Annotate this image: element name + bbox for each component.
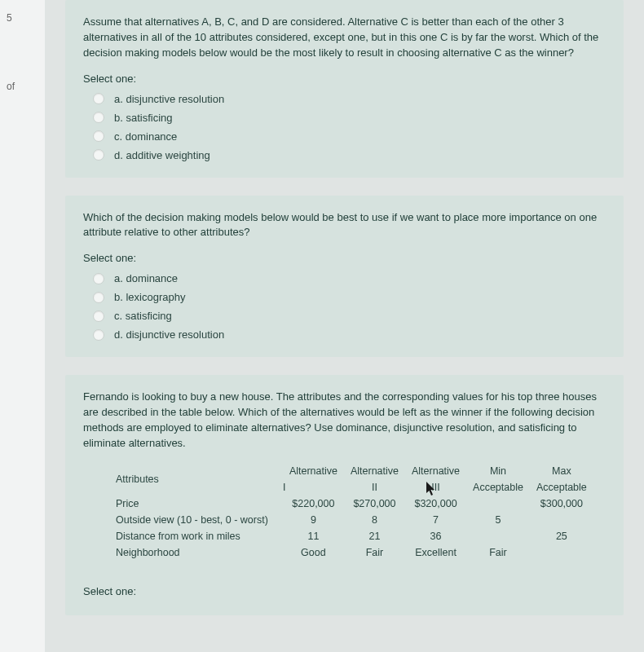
cell: $300,000 <box>530 496 593 512</box>
table-header-row: Attributes Alternative Alternative Alter… <box>116 463 593 479</box>
table-row: Neighborhood Good Fair Excellent Fair <box>116 544 593 561</box>
cell <box>466 528 530 544</box>
option-row[interactable]: d. disjunctive resolution <box>83 325 606 344</box>
question-card: Fernando is looking to buy a new house. … <box>65 375 624 615</box>
option-row[interactable]: b. satisficing <box>83 108 606 127</box>
option-label: d. additive weighting <box>114 149 210 161</box>
cell-attr: Outside view (10 - best, 0 - worst) <box>116 512 283 528</box>
cell: 7 <box>405 512 466 528</box>
sidebar: 5 of <box>0 0 45 652</box>
option-label: b. lexicography <box>114 291 185 303</box>
cell: 8 <box>344 512 405 528</box>
select-one-label: Select one: <box>83 73 606 85</box>
option-row[interactable]: c. dominance <box>83 127 606 146</box>
sidebar-of-label: of <box>7 81 38 92</box>
radio-icon[interactable] <box>93 273 104 284</box>
option-row[interactable]: a. disjunctive resolution <box>83 90 606 108</box>
sidebar-number: 5 <box>7 12 38 24</box>
cell: Fair <box>344 544 405 561</box>
col-min: Min <box>466 463 530 479</box>
option-label: a. dominance <box>114 272 178 284</box>
col-max: Max <box>530 463 593 479</box>
main-content: Assume that alternatives A, B, C, and D … <box>45 0 644 652</box>
option-label: b. satisficing <box>114 112 173 124</box>
col-alt1-sub: I <box>283 479 344 496</box>
col-alt1: Alternative <box>283 463 344 479</box>
cell <box>466 496 530 512</box>
cell: 11 <box>283 528 344 544</box>
radio-icon[interactable] <box>93 130 104 142</box>
radio-icon[interactable] <box>93 329 104 341</box>
option-row[interactable]: d. additive weighting <box>83 146 606 165</box>
cell <box>530 512 593 528</box>
radio-icon[interactable] <box>93 93 104 104</box>
option-label: a. disjunctive resolution <box>114 93 224 105</box>
cell: 36 <box>405 528 466 544</box>
question-text: Fernando is looking to buy a new house. … <box>83 390 606 451</box>
option-row[interactable]: c. satisficing <box>83 306 606 325</box>
cell: 25 <box>530 528 593 544</box>
cell: $270,000 <box>344 496 405 512</box>
question-text: Which of the decision making models belo… <box>83 210 606 241</box>
question-text: Assume that alternatives A, B, C, and D … <box>83 15 606 61</box>
cell: 21 <box>344 528 405 544</box>
radio-icon[interactable] <box>93 149 104 161</box>
options-list: a. disjunctive resolution b. satisficing… <box>83 90 606 165</box>
col-alt3: Alternative <box>405 463 466 479</box>
option-row[interactable]: b. lexicography <box>83 288 606 306</box>
question-card: Assume that alternatives A, B, C, and D … <box>65 0 624 178</box>
cell: 5 <box>466 512 530 528</box>
col-min-sub: Acceptable <box>466 479 530 496</box>
cell: Excellent <box>405 544 466 561</box>
select-one-label: Select one: <box>83 252 606 264</box>
cell <box>530 544 593 561</box>
radio-icon[interactable] <box>93 112 104 123</box>
select-one-label: Select one: <box>83 585 606 597</box>
options-list: a. dominance b. lexicography c. satisfic… <box>83 269 606 344</box>
radio-icon[interactable] <box>93 292 104 303</box>
cell: $220,000 <box>283 496 344 512</box>
question-card: Which of the decision making models belo… <box>65 196 624 358</box>
option-label: c. dominance <box>114 130 177 143</box>
cell: $320,000 <box>405 496 466 512</box>
cell-attr: Distance from work in miles <box>116 528 283 544</box>
option-label: d. disjunctive resolution <box>114 328 224 341</box>
cell: Good <box>283 544 344 561</box>
table-row: Distance from work in miles 11 21 36 25 <box>116 528 593 544</box>
option-label: c. satisficing <box>114 310 172 322</box>
col-alt2-sub: II <box>344 479 405 496</box>
col-alt2: Alternative <box>344 463 405 479</box>
col-alt3-sub: III <box>405 479 466 496</box>
cell-attr: Neighborhood <box>116 544 283 561</box>
col-max-sub: Acceptable <box>530 479 593 496</box>
table-row: Outside view (10 - best, 0 - worst) 9 8 … <box>116 512 593 528</box>
cell: Fair <box>466 544 530 561</box>
table-row: Price $220,000 $270,000 $320,000 $300,00… <box>116 496 593 512</box>
attributes-table: Attributes Alternative Alternative Alter… <box>83 463 606 561</box>
radio-icon[interactable] <box>93 311 104 322</box>
option-row[interactable]: a. dominance <box>83 269 606 288</box>
col-attributes: Attributes <box>116 463 283 496</box>
cell: 9 <box>283 512 344 528</box>
cell-attr: Price <box>116 496 283 512</box>
